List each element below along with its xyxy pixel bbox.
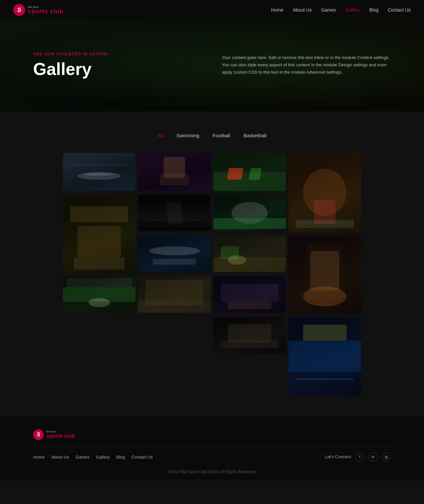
hero-title: Gallery [33,60,202,79]
gallery-item-9[interactable] [213,235,286,274]
instagram-icon[interactable]: ig [382,452,391,462]
footer: S divi plus sports club Home About Us Ga… [0,416,424,481]
nav-logo-main: sports club [28,8,64,15]
filter-bar: All Swimming Football Basketball [33,131,391,140]
nav-logo-icon: S [13,4,25,16]
footer-link-contact[interactable]: Contact Us [132,455,153,460]
nav-link-contact[interactable]: Contact Us [388,7,411,13]
nav-link-blog[interactable]: Blog [369,7,379,13]
nav-links: Home About Us Games Gallery Blog Contact… [271,7,411,13]
gallery-item-2[interactable] [138,153,211,192]
hero-description: Your content goes here. Edit or remove t… [222,54,391,76]
hero-subtitle: See Our Athletes in Action [33,51,202,56]
hero-right: Your content goes here. Edit or remove t… [202,54,391,76]
gallery-item-15[interactable] [289,317,361,396]
footer-link-blog[interactable]: Blog [116,455,125,460]
nav-link-gallery[interactable]: Gallery [345,7,360,13]
footer-item-home[interactable]: Home [33,454,45,460]
nav-item-home[interactable]: Home [271,7,283,13]
footer-item-blog[interactable]: Blog [116,454,125,460]
footer-nav-row: Home About Us Games Gallery Blog Contact… [33,452,391,462]
nav-link-games[interactable]: Games [321,7,336,13]
nav-logo-club: club [48,8,64,15]
nav-logo[interactable]: S divi plus sports club [13,4,64,16]
nav-logo-text-group: divi plus sports club [28,5,64,15]
gallery-item-7[interactable] [213,195,286,233]
footer-item-games[interactable]: Games [76,454,89,460]
hero-section: See Our Athletes in Action Gallery Your … [0,19,424,111]
footer-logo-text-group: divi plus sports club [46,430,75,439]
filter-swimming[interactable]: Swimming [174,131,202,140]
footer-item-about[interactable]: About Us [51,454,69,460]
gallery-item-5[interactable] [63,195,135,274]
footer-link-home[interactable]: Home [33,455,45,460]
footer-social-label: Let's Connect [325,454,351,459]
nav-logo-letter: S [17,7,21,14]
linkedin-icon[interactable]: in [368,452,378,462]
footer-item-gallery[interactable]: Gallery [96,454,110,460]
facebook-icon[interactable]: f [355,452,364,462]
nav-item-blog[interactable]: Blog [369,7,379,13]
gallery-item-1[interactable] [63,153,135,192]
gallery-item-6[interactable] [138,195,211,233]
footer-logo-sports: sports [46,433,63,439]
gallery-section: All Swimming Football Basketball [0,111,424,416]
footer-top: S divi plus sports club [33,429,391,440]
gallery-grid [63,153,361,396]
gallery-item-11[interactable] [289,235,361,314]
nav-link-about[interactable]: About Us [293,7,312,13]
nav-link-home[interactable]: Home [271,7,283,13]
nav-item-contact[interactable]: Contact Us [388,7,411,13]
nav-logo-sports: sports [28,8,48,15]
filter-all[interactable]: All [155,131,166,140]
nav-item-about[interactable]: About Us [293,7,312,13]
hero-left: See Our Athletes in Action Gallery [33,51,202,79]
gallery-item-4[interactable] [289,153,361,233]
footer-link-gallery[interactable]: Gallery [96,455,110,460]
footer-logo-club: club [63,433,75,439]
filter-basketball[interactable]: Basketball [241,131,269,140]
footer-social: Let's Connect f in ig [325,452,391,462]
filter-football[interactable]: Football [210,131,233,140]
footer-item-contact[interactable]: Contact Us [132,454,153,460]
gallery-item-14[interactable] [213,317,286,353]
footer-link-games[interactable]: Games [76,455,89,460]
nav-item-games[interactable]: Games [321,7,336,13]
footer-links: Home About Us Games Gallery Blog Contact… [33,454,153,460]
footer-logo-small: divi plus [46,430,75,433]
footer-logo[interactable]: S divi plus sports club [33,429,75,440]
gallery-item-3[interactable] [213,153,286,192]
navbar: S divi plus sports club Home About Us Ga… [0,0,424,20]
gallery-item-13[interactable] [138,276,211,314]
footer-copyright: © Divi Plus Sport Club 2024 | All Rights… [33,470,391,474]
gallery-item-10[interactable] [213,276,286,314]
footer-link-about[interactable]: About Us [51,455,69,460]
footer-logo-main: sports club [46,433,75,439]
nav-item-gallery[interactable]: Gallery [345,7,360,13]
footer-divider [33,447,391,447]
gallery-item-12[interactable] [63,276,135,314]
gallery-item-8[interactable] [138,235,211,274]
footer-logo-icon: S [33,429,44,440]
